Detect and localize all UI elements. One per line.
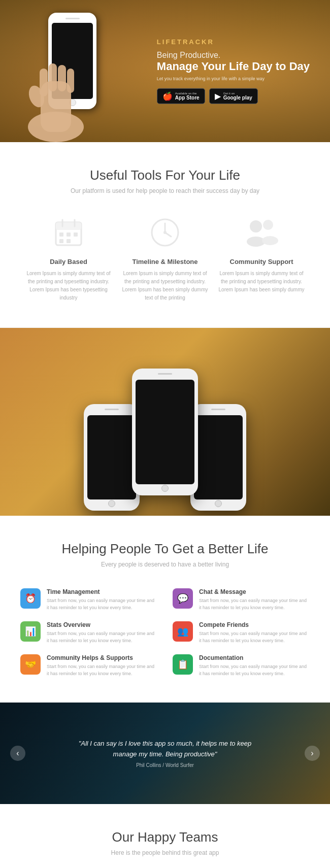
svg-rect-14: [59, 239, 63, 243]
svg-rect-8: [56, 222, 81, 230]
phone-left-speaker: [105, 409, 119, 410]
hero-content: LIFETRACKR Being Productive. Manage Your…: [157, 38, 310, 104]
tools-title: Useful Tools For Your Life: [20, 168, 310, 183]
community-helps-desc: Start from now, you can easily manage yo…: [47, 663, 157, 677]
feature-stats-overview: 📊 Stats Overview Start from now, you can…: [20, 621, 157, 644]
feature-community: Community Support Lorem Ipsum is simply …: [213, 215, 310, 302]
team-subtitle: Here is the people behind this great app: [20, 849, 310, 856]
feature-time-management: ⏰ Time Management Start from now, you ca…: [20, 588, 157, 611]
chat-icon-box: 💬: [173, 588, 193, 609]
appstore-button[interactable]: 🍎 Available on the App Store: [157, 88, 205, 104]
phone-center-screen: [136, 380, 194, 484]
svg-rect-4: [58, 65, 66, 91]
phone-speaker: [65, 18, 80, 19]
phones-container: [84, 369, 246, 495]
phone-right-screen: [194, 415, 243, 499]
stats-text: Stats Overview Start from now, you can e…: [47, 621, 157, 644]
svg-point-20: [250, 220, 262, 232]
hero-phone-hand-illustration: [10, 0, 122, 142]
feature-daily-based: Daily Based Lorem Ipsum is simply dummy …: [20, 215, 117, 302]
features-list: ⏰ Time Management Start from now, you ca…: [20, 588, 310, 677]
docs-title: Documentation: [199, 654, 310, 661]
testimonial-author: Phil Collins / World Surfer: [69, 762, 261, 768]
apple-icon: 🍎: [162, 91, 173, 101]
stats-title: Stats Overview: [47, 621, 157, 628]
phone-right-speaker: [211, 409, 225, 410]
svg-rect-5: [67, 69, 74, 93]
tools-subtitle: Our platform is used for help people to …: [20, 187, 310, 194]
appstore-text: Available on the App Store: [175, 92, 200, 101]
timeline-desc: Lorem Ipsum is simply dummy text of the …: [122, 270, 208, 302]
phone-center: [132, 369, 198, 495]
store-buttons: 🍎 Available on the App Store ▶ Get it on…: [157, 88, 310, 104]
clock-small-icon: ⏰: [25, 593, 36, 604]
tools-section: Useful Tools For Your Life Our platform …: [0, 142, 330, 327]
time-management-text: Time Management Start from now, you can …: [47, 588, 157, 611]
daily-based-title: Daily Based: [25, 258, 112, 265]
hero-tagline1: Being Productive.: [157, 51, 310, 60]
time-management-icon-box: ⏰: [20, 588, 41, 609]
docs-desc: Start from now, you can easily manage yo…: [199, 663, 310, 677]
phones-section: [0, 328, 330, 516]
community-helps-title: Community Helps & Supports: [47, 654, 157, 661]
svg-rect-12: [67, 232, 71, 237]
testimonial-next-button[interactable]: ›: [305, 746, 320, 761]
community-icon-box: 🤝: [20, 654, 41, 675]
friends-icon: 👥: [177, 626, 188, 637]
phone-center-speaker: [158, 373, 172, 375]
better-life-subtitle: Every people is deserved to have a bette…: [20, 561, 310, 568]
better-life-header: Helping People To Get a Better Life Ever…: [20, 541, 310, 568]
chat-bubble-icon: 💬: [177, 593, 188, 604]
hero-tagline2: Manage Your Life Day to Day: [157, 60, 310, 73]
svg-point-19: [163, 231, 167, 234]
feature-compete: 👥 Compete Friends Start from now, you ca…: [173, 621, 310, 644]
phone-left-screen: [87, 415, 136, 499]
features-col-left: ⏰ Time Management Start from now, you ca…: [20, 588, 157, 677]
compete-title: Compete Friends: [199, 621, 310, 628]
chart-icon: 📊: [25, 626, 36, 637]
calendar-icon: [51, 215, 86, 250]
svg-point-22: [263, 220, 273, 230]
features-col-right: 💬 Chat & Message Start from now, you can…: [173, 588, 310, 677]
googleplay-button[interactable]: ▶ Get it on Google play: [209, 88, 258, 104]
testimonial-section: ‹ "All I can say is I love this app so m…: [0, 703, 330, 804]
docs-icon-box: 📋: [173, 654, 193, 675]
community-desc: Lorem Ipsum is simply dummy text of the …: [218, 270, 305, 294]
chat-text: Chat & Message Start from now, you can e…: [199, 588, 310, 611]
team-title: Our Happy Teams: [20, 829, 310, 845]
daily-based-desc: Lorem Ipsum is simply dummy text of the …: [25, 270, 112, 302]
team-section: Our Happy Teams Here is the people behin…: [0, 804, 330, 868]
phone-right-home: [215, 500, 222, 507]
testimonial-quote: "All I can say is I love this app so muc…: [69, 739, 261, 760]
stats-desc: Start from now, you can easily manage yo…: [47, 630, 157, 644]
svg-point-23: [262, 236, 278, 245]
clock-icon: [147, 215, 183, 250]
testimonial-prev-button[interactable]: ‹: [10, 746, 25, 761]
handshake-icon: 🤝: [25, 659, 36, 670]
feature-community-helps: 🤝 Community Helps & Supports Start from …: [20, 654, 157, 677]
chat-title: Chat & Message: [199, 588, 310, 595]
svg-rect-15: [67, 239, 71, 243]
play-icon: ▶: [215, 91, 221, 101]
phone-left-home: [108, 500, 115, 507]
docs-text: Documentation Start from now, you can ea…: [199, 654, 310, 677]
phone-center-home: [161, 485, 169, 492]
community-helps-text: Community Helps & Supports Start from no…: [47, 654, 157, 677]
compete-desc: Start from now, you can easily manage yo…: [199, 630, 310, 644]
better-life-title: Helping People To Get a Better Life: [20, 541, 310, 557]
phone-right: [190, 404, 246, 511]
chat-desc: Start from now, you can easily manage yo…: [199, 597, 310, 611]
googleplay-text: Get it on Google play: [223, 92, 252, 101]
timeline-title: Timeline & Milestone: [122, 258, 208, 265]
feature-chat: 💬 Chat & Message Start from now, you can…: [173, 588, 310, 611]
hero-section: LIFETRACKR Being Productive. Manage Your…: [0, 0, 330, 142]
community-title: Community Support: [218, 258, 305, 265]
feature-documentation: 📋 Documentation Start from now, you can …: [173, 654, 310, 677]
hand-svg: [10, 41, 102, 142]
tools-features-grid: Daily Based Lorem Ipsum is simply dummy …: [20, 215, 310, 302]
compete-text: Compete Friends Start from now, you can …: [199, 621, 310, 644]
compete-icon-box: 👥: [173, 621, 193, 642]
feature-timeline: Timeline & Milestone Lorem Ipsum is simp…: [117, 215, 213, 302]
phone-left: [84, 404, 140, 511]
svg-rect-3: [49, 63, 57, 91]
